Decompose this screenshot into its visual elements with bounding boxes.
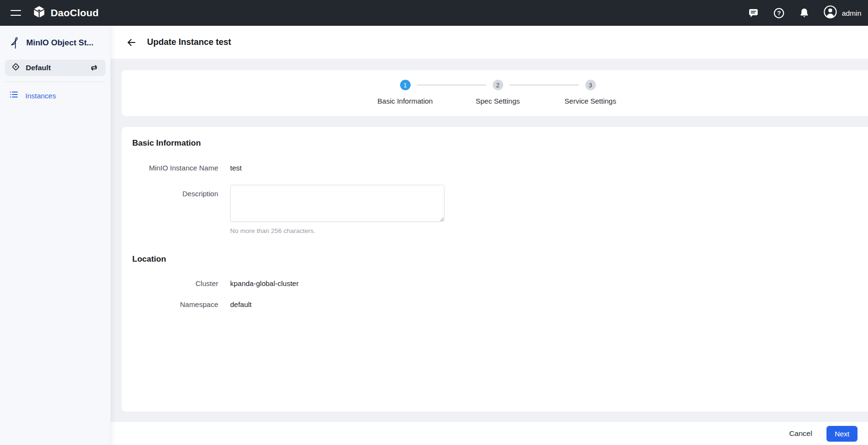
step-number: 1 [400,80,411,90]
workspace-label: Default [26,64,51,72]
wizard-stepper: 1 Basic Information 2 Spec Settings 3 Se… [359,70,637,105]
content-area: 1 Basic Information 2 Spec Settings 3 Se… [111,59,868,422]
step-connector [509,85,579,85]
description-input-wrap: No more than 256 characters. [230,185,445,234]
cancel-button[interactable]: Cancel [789,429,812,438]
form-card: Basic Information MinIO Instance Name te… [122,127,868,412]
sidebar-item-instances[interactable]: Instances [0,86,110,105]
step-label: Service Settings [564,97,616,105]
step-basic-information[interactable]: 1 Basic Information [359,70,452,105]
description-label: Description [132,185,218,198]
topbar-actions: ? admin [747,5,868,21]
topbar: DaoCloud ? [0,0,868,26]
stepper-card: 1 Basic Information 2 Spec Settings 3 Se… [122,70,868,116]
field-description: Description No more than 256 characters. [132,185,868,234]
page-title: Update Instance test [147,37,231,47]
cluster-label: Cluster [132,279,218,287]
minio-bird-icon [8,35,21,51]
field-instance-name: MinIO Instance Name test [132,164,868,172]
daocloud-cube-icon [32,5,46,21]
instance-name-value: test [230,164,242,172]
workspace-selector[interactable]: Default [5,60,106,76]
wizard-footer: Cancel Next [111,422,868,445]
back-arrow-icon[interactable] [125,36,138,49]
page-header: Update Instance test [111,26,868,59]
svg-text:?: ? [777,10,781,16]
step-spec-settings[interactable]: 2 Spec Settings [452,70,544,105]
app-window: DaoCloud ? [0,0,868,445]
field-cluster: Cluster kpanda-global-cluster [132,279,868,287]
step-label: Basic Information [378,97,433,105]
next-button[interactable]: Next [826,426,857,442]
instances-list-icon [9,89,19,102]
step-service-settings[interactable]: 3 Service Settings [544,70,637,105]
sidebar-divider [5,82,106,82]
cluster-value: kpanda-global-cluster [230,279,298,287]
bell-icon[interactable] [798,7,810,19]
namespace-value: default [230,300,252,308]
brand-title: DaoCloud [51,7,99,19]
field-namespace: Namespace default [132,300,868,308]
step-connector [417,85,487,85]
instance-name-label: MinIO Instance Name [132,164,218,172]
step-number: 2 [493,80,503,90]
help-icon[interactable]: ? [773,7,785,19]
user-name: admin [842,9,861,17]
namespace-label: Namespace [132,300,218,308]
chat-icon[interactable] [747,7,760,19]
sidebar: MinIO Object St... Default [0,26,111,445]
section-title-location: Location [132,254,868,264]
user-menu[interactable]: admin [823,5,861,21]
product-header: MinIO Object St... [0,29,110,57]
swap-workspace-icon[interactable] [88,62,100,74]
product-title: MinIO Object St... [26,38,94,48]
step-number: 3 [585,80,596,90]
menu-icon[interactable] [3,0,29,26]
brand-logo[interactable]: DaoCloud [32,5,99,21]
user-avatar-icon [823,5,837,21]
description-input[interactable] [230,185,445,222]
step-label: Spec Settings [476,97,520,105]
sidebar-item-label: Instances [25,92,56,100]
description-helper-text: No more than 256 characters. [230,227,445,234]
section-title-basic-information: Basic Information [132,138,868,148]
workspace-diamond-icon [11,62,21,74]
